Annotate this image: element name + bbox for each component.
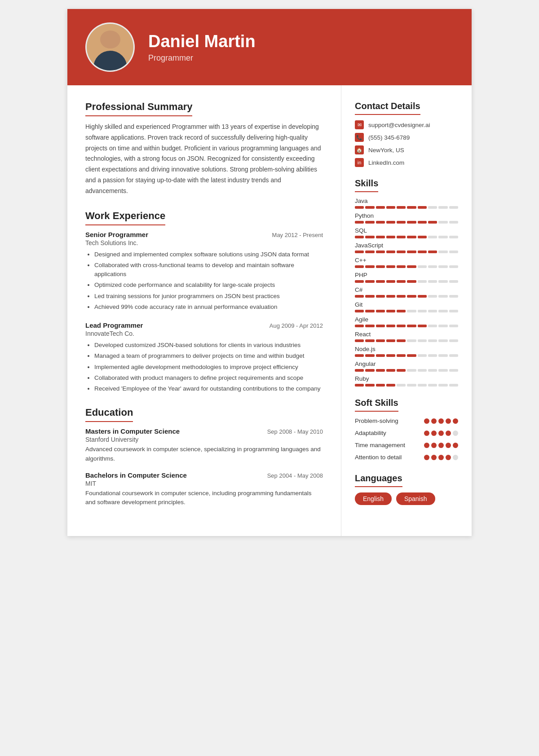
skill-dot — [453, 431, 458, 436]
contact-email: support@cvdesigner.ai — [368, 122, 430, 128]
list-item: Achieved 99% code accuracy rate in annua… — [94, 303, 323, 312]
summary-title: Professional Summary — [85, 101, 192, 116]
education-section: Education Masters in Computer Science Se… — [85, 407, 323, 507]
language-badges: EnglishSpanish — [355, 492, 458, 505]
job-header-1: Senior Programmer May 2012 - Present — [85, 231, 323, 238]
skills-title: Skills — [355, 178, 378, 192]
skill-segment — [355, 295, 364, 298]
skill-dot — [424, 431, 429, 436]
skill-segment — [355, 221, 364, 224]
skill-segment — [418, 339, 427, 342]
list-item: Managed a team of programmers to deliver… — [94, 352, 323, 360]
skill-item: SQL — [355, 227, 458, 238]
skill-segment — [407, 354, 416, 357]
skill-segment — [386, 310, 395, 312]
contact-linkedin: LinkedIn.com — [368, 159, 404, 166]
skill-segment — [438, 310, 447, 312]
education-title: Education — [85, 407, 133, 422]
avatar — [85, 22, 135, 72]
skill-bar — [355, 295, 458, 298]
skill-segment — [355, 369, 364, 372]
summary-text: Highly skilled and experienced Programme… — [85, 122, 323, 197]
skill-name: React — [355, 331, 458, 338]
skill-dot — [431, 455, 437, 460]
skill-segment — [376, 310, 385, 312]
skill-name: Node.js — [355, 346, 458, 352]
job-header-2: Lead Programmer Aug 2009 - Apr 2012 — [85, 321, 323, 329]
skill-segment — [376, 354, 385, 357]
skill-segment — [418, 206, 427, 209]
skill-segment — [365, 354, 374, 357]
skill-segment — [449, 280, 458, 283]
edu-school-2: MIT — [85, 480, 323, 487]
skill-dots — [424, 455, 458, 460]
skill-segment — [355, 384, 364, 387]
skill-dot — [438, 431, 444, 436]
skill-bar — [355, 251, 458, 253]
skill-bar — [355, 236, 458, 238]
skill-segment — [355, 206, 364, 209]
language-badge: Spanish — [396, 492, 435, 505]
skill-item: Java — [355, 198, 458, 209]
skill-name: Python — [355, 212, 458, 219]
skill-segment — [407, 265, 416, 268]
contact-title: Contact Details — [355, 101, 420, 115]
skill-segment — [365, 236, 374, 238]
skill-segment — [418, 384, 427, 387]
edu-dates-1: Sep 2008 - May 2010 — [267, 428, 323, 435]
skill-segment — [428, 236, 437, 238]
skill-bar — [355, 265, 458, 268]
skill-segment — [355, 354, 364, 357]
skill-segment — [407, 206, 416, 209]
skill-segment — [365, 339, 374, 342]
skill-name: C# — [355, 286, 458, 293]
job-company-1: Tech Solutions Inc. — [85, 239, 323, 246]
skill-segment — [438, 384, 447, 387]
skill-bar — [355, 221, 458, 224]
skill-name: PHP — [355, 272, 458, 278]
job-dates-1: May 2012 - Present — [272, 232, 323, 238]
skill-segment — [428, 310, 437, 312]
skill-segment — [449, 236, 458, 238]
soft-skill-name: Problem-solving — [355, 417, 424, 426]
skill-segment — [407, 280, 416, 283]
list-item: Collaborated with cross-functional teams… — [94, 261, 323, 279]
skill-dot — [424, 418, 429, 424]
list-item: Implemented agile development methodolog… — [94, 363, 323, 372]
skill-segment — [355, 325, 364, 327]
contact-phone: (555) 345-6789 — [368, 134, 410, 141]
skill-segment — [407, 295, 416, 298]
soft-skill-name: Time management — [355, 441, 424, 450]
skill-segment — [438, 265, 447, 268]
skill-segment — [407, 221, 416, 224]
skill-dot — [431, 431, 437, 436]
skill-segment — [428, 325, 437, 327]
skill-segment — [386, 221, 395, 224]
skill-item: React — [355, 331, 458, 342]
soft-skill-name: Attention to detail — [355, 453, 424, 462]
skill-segment — [449, 221, 458, 224]
list-item: Led training sessions for junior program… — [94, 292, 323, 301]
skill-segment — [449, 265, 458, 268]
skill-dot — [453, 455, 458, 460]
skill-segment — [407, 369, 416, 372]
skill-segment — [449, 369, 458, 372]
skill-segment — [397, 369, 406, 372]
skill-segment — [355, 339, 364, 342]
skill-segment — [418, 325, 427, 327]
skill-segment — [386, 339, 395, 342]
skill-segment — [376, 280, 385, 283]
skill-segment — [428, 295, 437, 298]
contact-item-location: 🏠 NewYork, US — [355, 145, 458, 154]
skill-dot — [438, 443, 444, 448]
skill-segment — [438, 280, 447, 283]
skill-bar — [355, 369, 458, 372]
skill-segment — [438, 221, 447, 224]
skill-segment — [438, 325, 447, 327]
skill-name: Git — [355, 301, 458, 308]
skill-name: Java — [355, 198, 458, 204]
skill-dot — [446, 455, 451, 460]
skill-segment — [365, 295, 374, 298]
skill-bar — [355, 325, 458, 327]
skill-dot — [424, 443, 429, 448]
